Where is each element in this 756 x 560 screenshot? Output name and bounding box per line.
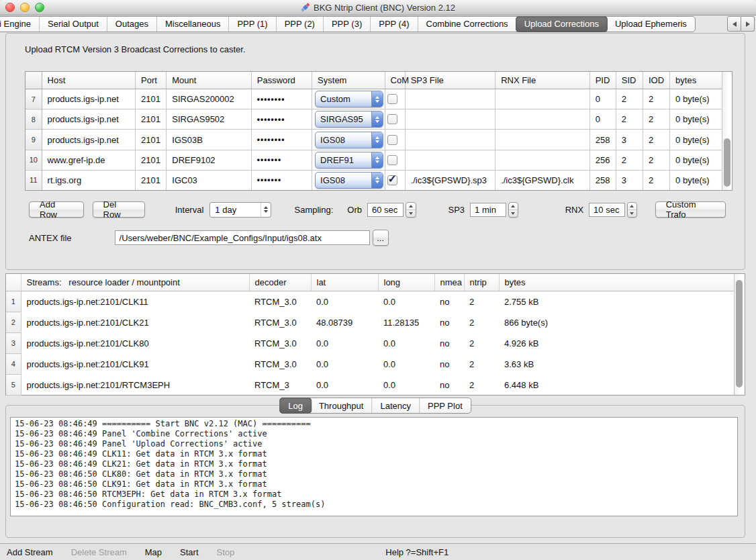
close-button[interactable] — [5, 3, 15, 12]
stream-row[interactable]: 5 products.igs-ip.net:2101/RTCM3EPH RTCM… — [6, 375, 734, 395]
start-button[interactable]: Start — [180, 547, 198, 557]
tab-ppp-2[interactable]: PPP (2) — [276, 17, 323, 32]
tab-combine-corrections[interactable]: Combine Corrections — [418, 17, 516, 32]
rnx-file-cell[interactable] — [495, 130, 590, 150]
port-cell[interactable]: 2101 — [136, 89, 167, 109]
system-dropdown[interactable]: SIRGAS95 — [315, 111, 383, 128]
tab-ppp-4[interactable]: PPP (4) — [370, 17, 417, 32]
system-dropdown[interactable]: Custom — [315, 91, 383, 107]
password-cell[interactable]: •••••••• — [251, 130, 312, 150]
map-button[interactable]: Map — [145, 547, 162, 557]
minimize-button[interactable] — [20, 3, 30, 12]
sid-cell[interactable]: 2 — [616, 150, 643, 170]
tab-feed-engine[interactable]: i Engine — [0, 17, 39, 32]
mount-cell[interactable]: DREF9102 — [167, 150, 251, 170]
system-dropdown[interactable]: IGS08 — [315, 172, 383, 189]
upload-table-scrollbar[interactable] — [722, 72, 732, 190]
rnx-file-cell[interactable] — [495, 150, 590, 170]
mount-cell[interactable]: SIRGAS9502 — [167, 109, 251, 130]
host-cell[interactable]: products.igs-ip.net — [42, 109, 136, 130]
orb-sampling-field[interactable]: 60 sec — [367, 203, 404, 217]
host-cell[interactable]: products.igs-ip.net — [42, 89, 136, 109]
port-cell[interactable]: 2101 — [136, 150, 167, 170]
tab-miscellaneous[interactable]: Miscellaneous — [156, 17, 228, 32]
window-title: BKG Ntrip Client (BNC) Version 2.12 — [314, 3, 455, 13]
rnx-sampling-field[interactable]: 10 sec — [589, 203, 624, 217]
mount-cell[interactable]: IGS03B — [167, 130, 251, 150]
sp3-stepper[interactable] — [508, 202, 518, 218]
port-cell[interactable]: 2101 — [136, 130, 167, 150]
pid-cell[interactable]: 0 — [589, 109, 616, 130]
sp3-file-cell[interactable] — [405, 109, 495, 130]
com-checkbox[interactable] — [387, 94, 397, 104]
port-cell[interactable]: 2101 — [136, 170, 167, 190]
iod-cell[interactable]: 2 — [643, 109, 669, 130]
tab-ppp-plot[interactable]: PPP Plot — [419, 398, 471, 413]
tab-upload-ephemeris[interactable]: Upload Ephemeris — [607, 17, 695, 32]
sid-cell[interactable]: 2 — [616, 89, 643, 109]
iod-cell[interactable]: 2 — [643, 89, 669, 109]
password-cell[interactable]: •••••••• — [251, 89, 312, 109]
rnx-file-cell[interactable] — [495, 89, 590, 109]
mount-cell[interactable]: IGC03 — [167, 170, 251, 190]
del-row-button[interactable]: Del Row — [93, 201, 145, 218]
com-checkbox[interactable] — [387, 114, 397, 124]
tab-ppp-3[interactable]: PPP (3) — [323, 17, 370, 32]
password-cell[interactable]: ••••••• — [251, 150, 312, 170]
password-cell[interactable]: ••••••• — [251, 170, 312, 190]
iod-cell[interactable]: 2 — [643, 170, 669, 190]
sid-cell[interactable]: 3 — [616, 130, 643, 150]
system-dropdown[interactable]: DREF91 — [315, 152, 383, 169]
add-stream-button[interactable]: Add Stream — [7, 547, 53, 557]
password-cell[interactable]: •••••••• — [251, 109, 312, 130]
sp3-file-cell[interactable] — [405, 150, 495, 170]
com-checkbox[interactable] — [387, 135, 397, 145]
rnx-file-cell[interactable]: ./ic3${GPSWD}.clk — [495, 170, 590, 190]
tab-serial-output[interactable]: Serial Output — [39, 17, 107, 32]
rnx-stepper[interactable] — [627, 202, 637, 218]
tab-throughput[interactable]: Throughput — [311, 398, 372, 413]
host-cell[interactable]: rt.igs.org — [42, 170, 136, 190]
stream-row[interactable]: 3 products.igs-ip.net:2101/CLK80 RTCM_3.… — [6, 333, 734, 354]
pid-cell[interactable]: 256 — [589, 150, 616, 170]
tab-latency[interactable]: Latency — [371, 398, 419, 413]
sid-cell[interactable]: 2 — [616, 109, 643, 130]
antex-browse-button[interactable]: ... — [373, 230, 389, 246]
sp3-sampling-field[interactable]: 1 min — [470, 203, 506, 217]
tab-outages[interactable]: Outages — [107, 17, 156, 32]
stream-row[interactable]: 1 products.igs-ip.net:2101/CLK11 RTCM_3.… — [6, 291, 734, 312]
streams-table-scrollbar[interactable] — [734, 274, 744, 395]
tab-scroll-left-button[interactable] — [727, 16, 741, 32]
pid-cell[interactable]: 258 — [589, 170, 616, 190]
sp3-file-cell[interactable]: ./ic3${GPSWD}.sp3 — [405, 170, 495, 190]
port-cell[interactable]: 2101 — [136, 109, 167, 130]
sp3-file-cell[interactable] — [405, 89, 495, 109]
zoom-button[interactable] — [35, 3, 44, 12]
antex-file-input[interactable] — [115, 230, 370, 245]
scrollbar-thumb[interactable] — [724, 138, 730, 187]
tab-upload-corrections[interactable]: Upload Corrections — [516, 16, 608, 32]
interval-dropdown[interactable]: 1 day — [209, 202, 271, 218]
orb-stepper[interactable] — [406, 202, 416, 218]
sp3-file-cell[interactable] — [405, 130, 495, 150]
host-cell[interactable]: products.igs-ip.net — [42, 130, 136, 150]
add-row-button[interactable]: Add Row — [29, 201, 84, 218]
host-cell[interactable]: www.gref-ip.de — [42, 150, 136, 170]
scrollbar-thumb[interactable] — [736, 280, 743, 387]
stream-row[interactable]: 4 products.igs-ip.net:2101/CLK91 RTCM_3.… — [6, 354, 734, 375]
custom-trafo-button[interactable]: Custom Trafo — [655, 201, 726, 218]
rnx-file-cell[interactable] — [495, 109, 590, 130]
sid-cell[interactable]: 3 — [616, 170, 643, 190]
com-checkbox[interactable] — [387, 175, 397, 185]
tab-scroll-right-button[interactable] — [741, 16, 755, 32]
stream-row[interactable]: 2 products.igs-ip.net:2101/CLK21 RTCM_3.… — [6, 312, 734, 333]
iod-cell[interactable]: 2 — [643, 130, 669, 150]
tab-log[interactable]: Log — [279, 398, 312, 414]
system-dropdown[interactable]: IGS08 — [315, 132, 383, 148]
tab-ppp-1[interactable]: PPP (1) — [228, 17, 275, 32]
pid-cell[interactable]: 258 — [589, 130, 616, 150]
iod-cell[interactable]: 2 — [643, 150, 669, 170]
pid-cell[interactable]: 0 — [589, 89, 616, 109]
com-checkbox[interactable] — [387, 155, 397, 165]
mount-cell[interactable]: SIRGAS200002 — [167, 89, 251, 109]
